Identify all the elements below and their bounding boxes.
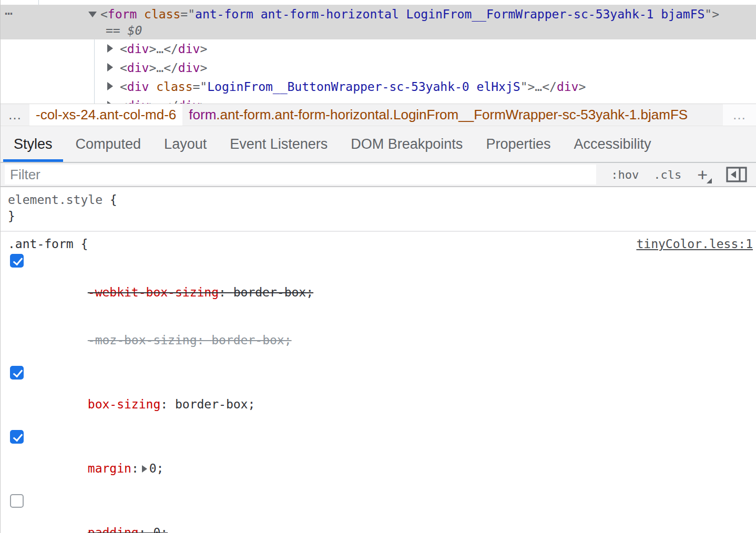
collapsed-content-ellipsis[interactable]: … [156, 42, 164, 56]
css-property-row-disabled[interactable]: padding: 0; [1, 493, 756, 533]
tag-name: div [127, 80, 149, 94]
attribute-name: class [149, 80, 192, 94]
collapsed-content-ellipsis[interactable]: … [156, 61, 164, 75]
tag-bracket: </ [164, 99, 178, 104]
tag-name: div [178, 42, 200, 56]
styles-toolbar: :hov .cls + [1, 163, 756, 187]
collapse-arrow-icon[interactable] [88, 12, 97, 17]
property-name[interactable]: padding [88, 526, 139, 533]
property-enabled-checkbox[interactable] [10, 254, 24, 268]
dom-node-open-tag[interactable]: <form class="ant-form ant-form-horizonta… [100, 6, 719, 23]
close-brace: } [1, 208, 756, 224]
tag-name: form [108, 7, 137, 21]
devtools-window: ⋯ <form class="ant-form ant-form-horizon… [0, 0, 756, 533]
colon: : [131, 462, 139, 475]
tab-accessibility[interactable]: Accessibility [562, 126, 662, 162]
dom-node-children: <div>…</div> <div>…</div> <div class="Lo… [1, 39, 756, 104]
tag-name: div [127, 42, 149, 56]
breadcrumb-item-ant-col[interactable]: -col-xs-24.ant-col-md-6 [29, 104, 182, 126]
tab-properties[interactable]: Properties [474, 126, 562, 162]
dom-node-div-collapsed[interactable]: <div>…</div> [1, 96, 756, 104]
colon: : [219, 285, 233, 299]
indent-guide [38, 0, 39, 5]
property-enabled-checkbox[interactable] [10, 494, 24, 508]
node-overflow-menu-icon[interactable]: ⋯ [5, 5, 13, 22]
expand-arrow-icon[interactable] [107, 63, 113, 71]
open-brace: { [103, 193, 117, 207]
new-style-rule-button[interactable]: + [697, 167, 708, 182]
tag-bracket: < [120, 42, 127, 56]
colon: : [197, 333, 212, 347]
equals-quote: =" [193, 80, 208, 94]
expand-arrow-icon[interactable] [107, 82, 113, 90]
property-enabled-checkbox[interactable] [10, 430, 24, 444]
selected-node-marker: == $0 [106, 22, 142, 39]
tag-bracket: </ [164, 42, 178, 56]
property-value: border-box; [211, 333, 291, 347]
collapsed-content-ellipsis[interactable]: … [535, 80, 542, 94]
rule-ant-form: .ant-form {tinyColor.less:1 -webkit-box-… [1, 232, 756, 533]
breadcrumb-overflow-left[interactable]: … [1, 104, 29, 126]
expand-shorthand-icon[interactable] [142, 465, 147, 473]
css-property-row[interactable]: box-sizing: border-box; [1, 364, 756, 428]
selector: .ant-form [8, 237, 74, 251]
toggle-pseudo-classes-button[interactable]: :hov [611, 168, 639, 181]
css-property-row[interactable]: -webkit-box-sizing: border-box; [1, 252, 756, 316]
tab-layout[interactable]: Layout [152, 126, 218, 162]
attribute-name: class [137, 7, 180, 21]
breadcrumb-overflow-right[interactable]: … [723, 104, 756, 126]
property-value[interactable]: border-box; [175, 397, 255, 411]
property-name: -moz-box-sizing [88, 333, 197, 347]
attribute-value: ant-form ant-form-horizontal LoginFrom__… [195, 7, 704, 21]
property-name[interactable]: box-sizing [88, 397, 160, 411]
property-value[interactable]: 0; [153, 526, 168, 533]
breadcrumb: … -col-xs-24.ant-col-md-6 form.ant-form.… [1, 104, 756, 126]
tag-bracket: > [578, 80, 586, 94]
tag-bracket: > [149, 42, 156, 56]
property-value[interactable]: border-box; [233, 285, 313, 299]
breadcrumb-item-form-selected[interactable]: form.ant-form.ant-form-horizontal.LoginF… [182, 104, 694, 126]
collapsed-content-ellipsis: … [156, 99, 164, 104]
tag-bracket: > [200, 61, 207, 75]
selector: element.style [8, 193, 103, 207]
expand-arrow-icon[interactable] [107, 44, 113, 53]
rule-element-style: element.style { } [1, 187, 756, 231]
tag-bracket: < [120, 80, 127, 94]
tag-bracket: > [149, 61, 156, 75]
equals-quote: =" [180, 7, 195, 21]
breadcrumb-tag: form [189, 107, 216, 123]
open-brace: { [74, 237, 88, 251]
css-property-row[interactable]: margin:0; [1, 428, 756, 493]
toggle-element-classes-button[interactable]: .cls [653, 168, 681, 181]
css-property-row-inactive: -moz-box-sizing: border-box; [1, 316, 756, 365]
property-value[interactable]: 0; [149, 462, 164, 475]
stylesheet-source-link[interactable]: tinyColor.less:1 [636, 236, 753, 252]
tag-name: div [178, 99, 200, 104]
computed-sidebar-toggle-icon[interactable] [726, 166, 748, 183]
tag-bracket: </ [164, 61, 178, 75]
tag-name: div [127, 61, 149, 75]
filter-input[interactable] [5, 165, 596, 184]
tab-computed[interactable]: Computed [64, 126, 153, 162]
elements-tree-pane: ⋯ <form class="ant-form ant-form-horizon… [1, 0, 756, 104]
dom-row-clipped-top [1, 0, 756, 5]
dom-node-div-collapsed[interactable]: <div>…</div> [1, 39, 756, 58]
tab-styles[interactable]: Styles [2, 126, 64, 162]
tab-dom-breakpoints[interactable]: DOM Breakpoints [339, 126, 474, 162]
sidebar-tabs: Styles Computed Layout Event Listeners D… [1, 126, 756, 163]
property-name[interactable]: -webkit-box-sizing [88, 285, 219, 299]
rule-selector-line[interactable]: .ant-form {tinyColor.less:1 [1, 236, 756, 252]
property-enabled-checkbox[interactable] [10, 366, 24, 380]
tag-bracket: </ [542, 80, 557, 94]
rule-selector-line[interactable]: element.style { [1, 192, 756, 208]
breadcrumb-classes: .ant-form.ant-form-horizontal.LoginFrom_… [216, 107, 688, 123]
tag-bracket: > [200, 42, 207, 56]
dom-node-div-collapsed[interactable]: <div>…</div> [1, 58, 756, 77]
property-name[interactable]: margin [88, 462, 131, 475]
tab-event-listeners[interactable]: Event Listeners [218, 126, 339, 162]
dom-node-button-wrapper-collapsed[interactable]: <div class="LoginFrom__ButtonWrapper-sc-… [1, 77, 756, 96]
quote-bracket: "> [520, 80, 535, 94]
tag-bracket: > [200, 99, 207, 104]
dom-node-form-selected[interactable]: ⋯ <form class="ant-form ant-form-horizon… [1, 5, 756, 39]
dollar-zero-badge: == $0 [106, 24, 142, 37]
